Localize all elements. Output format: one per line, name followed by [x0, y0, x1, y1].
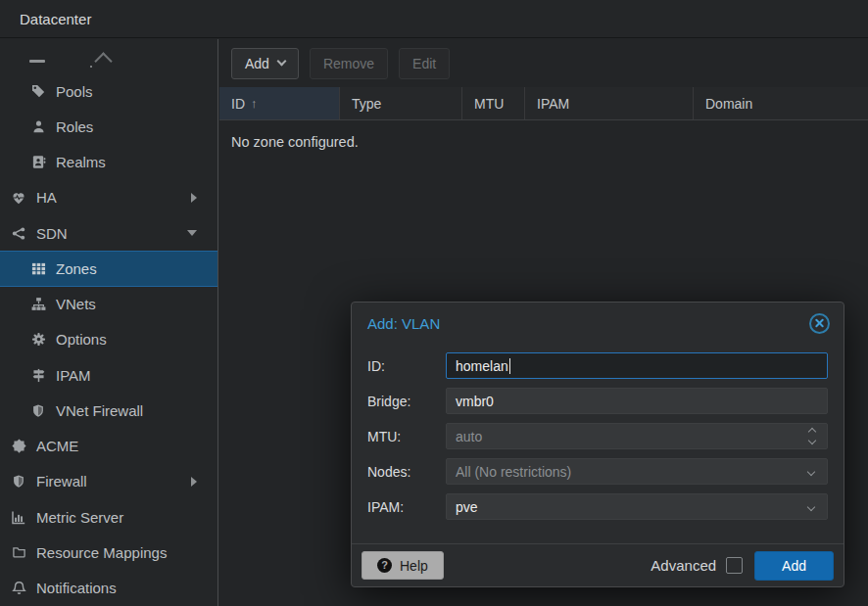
dialog-titlebar[interactable]: Add: VLAN	[352, 303, 844, 344]
ipam-select[interactable]: pve	[446, 493, 828, 520]
address-book-icon	[29, 154, 47, 171]
collapse-down-icon[interactable]	[187, 230, 197, 236]
field-row-mtu: MTU: auto	[367, 423, 828, 449]
column-header-domain[interactable]: Domain	[694, 87, 868, 119]
dropdown-trigger[interactable]	[808, 504, 818, 510]
field-row-ipam: IPAM: pve	[367, 493, 828, 520]
bridge-input[interactable]: vmbr0	[446, 388, 828, 414]
column-header-ipam[interactable]: IPAM	[525, 87, 694, 119]
network-icon	[10, 224, 27, 242]
sidebar-item-roles[interactable]: Roles	[0, 109, 217, 144]
close-icon[interactable]	[809, 313, 830, 334]
sidebar-item-zones[interactable]: Zones	[0, 251, 217, 286]
add-button[interactable]: Add	[231, 48, 299, 79]
nodes-field-label: Nodes:	[367, 464, 446, 480]
signpost-icon	[29, 366, 47, 384]
chevron-down-icon	[807, 467, 815, 475]
heartbeat-icon	[10, 189, 27, 207]
sidebar-item-acme[interactable]: ACME	[0, 429, 217, 464]
tag-icon	[29, 82, 47, 100]
mtu-input-value: auto	[456, 429, 482, 444]
advanced-label: Advanced	[651, 557, 716, 574]
sidebar-item-label: ACME	[36, 438, 78, 454]
help-button-label: Help	[400, 559, 428, 573]
partial-item-icon	[29, 60, 45, 63]
column-label: Type	[352, 96, 381, 112]
sort-ascending-icon: ↑	[251, 96, 258, 111]
sidebar-item-resource-mappings[interactable]: Resource Mappings	[0, 535, 217, 570]
column-label: Domain	[705, 96, 752, 112]
sidebar-item-label: VNet Firewall	[56, 402, 143, 419]
sidebar-item-ha[interactable]: HA	[0, 180, 217, 215]
chevron-up-icon	[94, 52, 112, 70]
sidebar-item-label: HA	[36, 189, 57, 206]
spinner-up-icon[interactable]	[808, 428, 816, 436]
shield-icon	[29, 401, 47, 419]
sidebar-item-label: IPAM	[56, 367, 91, 384]
advanced-checkbox[interactable]	[726, 557, 743, 574]
dialog-title: Add: VLAN	[367, 315, 440, 332]
column-header-mtu[interactable]: MTU	[462, 87, 525, 119]
sidebar-item-realms[interactable]: Realms	[0, 145, 217, 180]
bar-chart-icon	[10, 508, 27, 526]
field-row-bridge: Bridge: vmbr0	[367, 388, 828, 414]
chevron-down-icon	[276, 57, 286, 67]
dialog-add-button-label: Add	[782, 558, 806, 574]
sidebar-item-label: Metric Server	[36, 509, 123, 526]
edit-button[interactable]: Edit	[399, 48, 450, 79]
toolbar: Add Remove Edit	[219, 39, 868, 87]
nodes-select[interactable]: All (No restrictions)	[446, 458, 828, 485]
folder-icon	[10, 543, 27, 561]
expand-right-icon[interactable]	[191, 477, 197, 487]
dropdown-trigger[interactable]	[808, 469, 818, 475]
column-label: ID	[231, 96, 245, 112]
help-button[interactable]: ? Help	[362, 551, 444, 580]
sidebar-item-label: Options	[56, 331, 107, 348]
dialog-add-button[interactable]: Add	[754, 551, 834, 581]
chevron-down-icon	[807, 502, 815, 510]
expand-right-icon[interactable]	[191, 193, 197, 203]
grid-icon	[29, 259, 47, 277]
id-input[interactable]: homelan	[446, 352, 828, 379]
column-header-type[interactable]: Type	[340, 87, 462, 119]
partial-item-dot	[90, 66, 92, 68]
spinner-triggers[interactable]	[809, 429, 818, 443]
bridge-input-value: vmbr0	[456, 394, 494, 409]
empty-grid-message: No zone configured.	[219, 120, 868, 150]
sidebar-item-label: Zones	[56, 260, 97, 277]
sidebar-tree: Pools Roles Realms HA SDN Zones VNets Op…	[0, 39, 218, 606]
sidebar-item-ipam[interactable]: IPAM	[0, 357, 217, 393]
id-field-label: ID:	[367, 358, 446, 374]
bridge-field-label: Bridge:	[367, 394, 446, 409]
sidebar-item-label: Resource Mappings	[36, 544, 167, 561]
shield-icon	[10, 473, 27, 490]
dialog-footer: ? Help Advanced Add	[352, 543, 844, 586]
sidebar-item-vnet-firewall[interactable]: VNet Firewall	[0, 393, 217, 428]
column-label: IPAM	[537, 96, 569, 112]
sidebar-item-label: Realms	[56, 154, 106, 170]
user-icon	[29, 117, 47, 135]
mtu-spinner[interactable]: auto	[446, 423, 828, 449]
sidebar-item-label: Firewall	[36, 473, 87, 489]
sidebar-item-options[interactable]: Options	[0, 322, 217, 357]
partial-tree-item[interactable]	[0, 39, 217, 73]
sidebar-item-firewall[interactable]: Firewall	[0, 464, 217, 499]
sidebar-item-notifications[interactable]: Notifications	[0, 571, 217, 606]
sidebar-item-sdn[interactable]: SDN	[0, 215, 217, 251]
sitemap-icon	[29, 296, 47, 313]
column-header-id[interactable]: ID ↑	[219, 87, 340, 119]
edit-button-label: Edit	[412, 57, 436, 70]
spinner-down-icon[interactable]	[808, 437, 816, 444]
nodes-select-value: All (No restrictions)	[456, 464, 571, 480]
remove-button-label: Remove	[323, 57, 374, 70]
sidebar-item-vnets[interactable]: VNets	[0, 287, 217, 322]
sidebar-item-metric-server[interactable]: Metric Server	[0, 499, 217, 535]
field-row-nodes: Nodes: All (No restrictions)	[367, 458, 828, 485]
gear-icon	[29, 331, 47, 349]
sidebar-item-pools[interactable]: Pools	[0, 73, 217, 109]
sidebar-item-label: Notifications	[36, 580, 117, 596]
sidebar-item-label: SDN	[36, 225, 68, 242]
seal-icon	[10, 438, 27, 455]
remove-button[interactable]: Remove	[310, 48, 388, 79]
page-title: Datacenter	[20, 11, 91, 27]
